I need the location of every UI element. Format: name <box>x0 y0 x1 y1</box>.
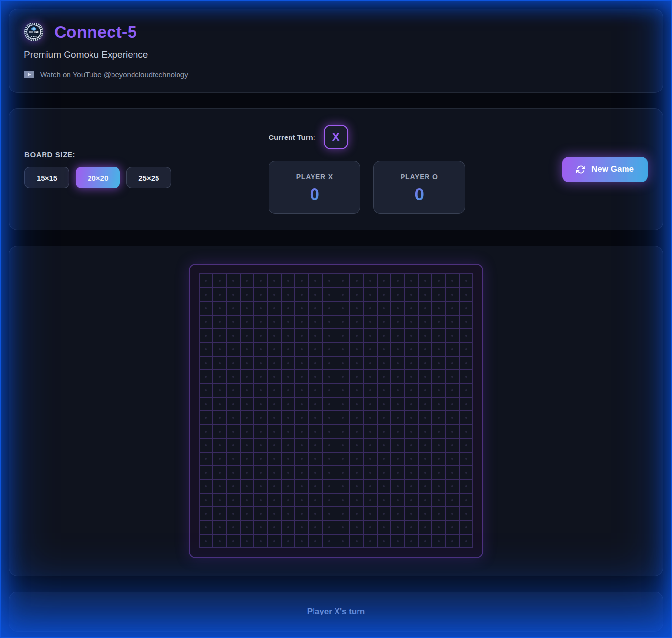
board-cell[interactable] <box>254 288 267 301</box>
board-cell[interactable] <box>268 398 281 410</box>
board-cell[interactable] <box>378 398 390 410</box>
board-cell[interactable] <box>282 466 294 479</box>
board-cell[interactable] <box>323 343 336 356</box>
board-cell[interactable] <box>241 535 253 547</box>
board-cell[interactable] <box>213 329 226 342</box>
board-cell[interactable] <box>241 453 253 465</box>
board-cell[interactable] <box>200 521 212 534</box>
board-cell[interactable] <box>200 343 212 356</box>
board-cell[interactable] <box>227 370 240 383</box>
board-cell[interactable] <box>350 370 363 383</box>
board-cell[interactable] <box>295 302 308 315</box>
board-cell[interactable] <box>391 329 404 342</box>
board-cell[interactable] <box>405 274 418 287</box>
youtube-link[interactable]: Watch on YouTube @beyondcloudtechnology <box>24 70 188 79</box>
board-cell[interactable] <box>378 411 390 424</box>
board-cell[interactable] <box>213 535 226 547</box>
board-cell[interactable] <box>295 453 308 465</box>
board-cell[interactable] <box>227 329 240 342</box>
board-cell[interactable] <box>227 453 240 465</box>
board-cell[interactable] <box>254 535 267 547</box>
board-cell[interactable] <box>268 507 281 520</box>
board-cell[interactable] <box>295 316 308 328</box>
board-cell[interactable] <box>213 507 226 520</box>
board-cell[interactable] <box>419 288 431 301</box>
board-cell[interactable] <box>460 357 472 369</box>
board-cell[interactable] <box>419 302 431 315</box>
board-cell[interactable] <box>460 288 472 301</box>
board-cell[interactable] <box>432 343 445 356</box>
board-cell[interactable] <box>405 453 418 465</box>
board-cell[interactable] <box>268 535 281 547</box>
board-cell[interactable] <box>446 302 459 315</box>
board-cell[interactable] <box>419 535 431 547</box>
board-cell[interactable] <box>295 384 308 397</box>
board-cell[interactable] <box>295 357 308 369</box>
board-cell[interactable] <box>241 357 253 369</box>
board-cell[interactable] <box>446 507 459 520</box>
board-cell[interactable] <box>460 521 472 534</box>
board-cell[interactable] <box>268 425 281 438</box>
board-cell[interactable] <box>213 343 226 356</box>
board-cell[interactable] <box>213 357 226 369</box>
board-cell[interactable] <box>378 329 390 342</box>
board-cell[interactable] <box>350 480 363 493</box>
board-cell[interactable] <box>309 521 322 534</box>
board-cell[interactable] <box>295 411 308 424</box>
board-cell[interactable] <box>378 480 390 493</box>
board-cell[interactable] <box>323 521 336 534</box>
board-cell[interactable] <box>309 384 322 397</box>
board-cell[interactable] <box>446 439 459 452</box>
board-cell[interactable] <box>200 466 212 479</box>
board-cell[interactable] <box>295 480 308 493</box>
board-cell[interactable] <box>460 535 472 547</box>
board-cell[interactable] <box>364 535 377 547</box>
board-cell[interactable] <box>282 302 294 315</box>
board-size-button-25x25[interactable]: 25×25 <box>126 167 171 188</box>
board-cell[interactable] <box>364 370 377 383</box>
board-cell[interactable] <box>446 398 459 410</box>
board-cell[interactable] <box>336 274 349 287</box>
board-cell[interactable] <box>391 480 404 493</box>
board-cell[interactable] <box>378 370 390 383</box>
board-cell[interactable] <box>254 494 267 506</box>
board-cell[interactable] <box>227 521 240 534</box>
board-cell[interactable] <box>309 343 322 356</box>
board-cell[interactable] <box>378 316 390 328</box>
board-cell[interactable] <box>391 411 404 424</box>
board-cell[interactable] <box>323 370 336 383</box>
board-cell[interactable] <box>295 288 308 301</box>
board-cell[interactable] <box>241 316 253 328</box>
board-cell[interactable] <box>254 274 267 287</box>
board-cell[interactable] <box>432 466 445 479</box>
board-cell[interactable] <box>446 329 459 342</box>
board-cell[interactable] <box>405 370 418 383</box>
board-cell[interactable] <box>282 384 294 397</box>
board-cell[interactable] <box>391 274 404 287</box>
board-cell[interactable] <box>241 370 253 383</box>
board-cell[interactable] <box>213 480 226 493</box>
board-cell[interactable] <box>405 521 418 534</box>
board-cell[interactable] <box>241 288 253 301</box>
board-cell[interactable] <box>213 274 226 287</box>
board-cell[interactable] <box>419 274 431 287</box>
board-cell[interactable] <box>432 316 445 328</box>
board-cell[interactable] <box>336 302 349 315</box>
board-cell[interactable] <box>460 302 472 315</box>
board-cell[interactable] <box>295 507 308 520</box>
board-cell[interactable] <box>432 384 445 397</box>
board-cell[interactable] <box>295 439 308 452</box>
board-cell[interactable] <box>241 274 253 287</box>
board-cell[interactable] <box>460 411 472 424</box>
board-cell[interactable] <box>446 384 459 397</box>
board-cell[interactable] <box>268 357 281 369</box>
board-cell[interactable] <box>282 494 294 506</box>
board-cell[interactable] <box>227 316 240 328</box>
board-cell[interactable] <box>227 425 240 438</box>
board-cell[interactable] <box>254 425 267 438</box>
board-cell[interactable] <box>309 425 322 438</box>
board-cell[interactable] <box>336 521 349 534</box>
board-cell[interactable] <box>309 398 322 410</box>
board-cell[interactable] <box>213 494 226 506</box>
board-cell[interactable] <box>419 425 431 438</box>
